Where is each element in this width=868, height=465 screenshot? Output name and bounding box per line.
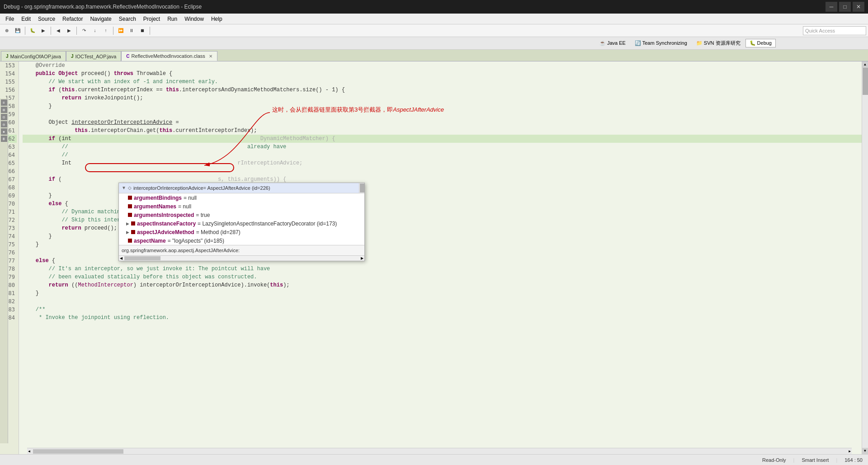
popup-hscrollbar[interactable]: ◀ ▶ — [119, 255, 364, 261]
tab-close-reflective[interactable]: ✕ — [209, 54, 212, 59]
menu-run[interactable]: Run — [164, 14, 181, 23]
tab-ioctest[interactable]: J IOCTest_AOP.java — [66, 51, 121, 61]
popup-hscrollbar-right[interactable]: ▶ — [360, 254, 364, 263]
left-icon-5[interactable]: ◈ — [1, 128, 7, 135]
menu-file[interactable]: File — [2, 14, 18, 23]
right-scrollbar[interactable]: ▲ ▼ — [862, 61, 868, 454]
window-title: Debug - org.springframework.aop.framewor… — [4, 4, 202, 10]
annotation-text: 这时，会从拦截器链里面获取第3号拦截器，即AspectJAfterAdvice — [272, 106, 444, 114]
toolbar-resume[interactable]: ⏩ — [116, 26, 126, 36]
popup-header-text: interceptorOrInterceptionAdvice= AspectJ… — [133, 184, 270, 192]
line-num-155: 155 — [0, 78, 17, 86]
popup-expand-5[interactable]: ▶ — [126, 228, 129, 236]
code-line-161: this.interceptorChain.get(this.currentIn… — [23, 127, 862, 135]
popup-collapse-icon[interactable]: ▼ — [122, 184, 126, 192]
code-line-163: // already have — [23, 143, 862, 151]
code-line-182 — [23, 297, 862, 305]
bottom-scroll-thumb[interactable] — [33, 449, 123, 454]
left-icon-4[interactable]: ◎ — [1, 121, 7, 127]
popup-diamond-icon: ◇ — [128, 184, 132, 192]
tab-reflective[interactable]: C ReflectiveMethodInvocation.class ✕ — [121, 51, 217, 61]
menu-search[interactable]: Search — [115, 14, 140, 23]
popup-sq-2 — [128, 204, 132, 208]
perspective-svn[interactable]: 📁 SVN 资源库研究 — [692, 38, 745, 48]
toolbar-run[interactable]: ▶ — [38, 26, 48, 36]
minimize-button[interactable]: ─ — [826, 2, 837, 12]
code-line-165: Int rInterceptionAdvice; — [23, 159, 862, 167]
toolbar-stepout[interactable]: ↑ — [101, 26, 111, 36]
popup-hscrollbar-thumb[interactable] — [124, 256, 160, 260]
popup-expand-4[interactable]: ▶ — [126, 220, 129, 228]
line-num-154: 154 — [0, 70, 17, 78]
tab-label-reflective: ReflectiveMethodInvocation.class — [132, 53, 205, 59]
bottom-scrollbar[interactable]: ◀ ▶ — [27, 448, 852, 454]
debug-popup-footer: org.springframework.aop.aspectj.AspectJA… — [119, 245, 364, 255]
code-line-181: } — [23, 289, 862, 297]
popup-row-argsintrospected[interactable]: argumentsIntrospected= true — [119, 211, 364, 219]
popup-sq-5 — [131, 230, 135, 234]
menu-refactor[interactable]: Refactor — [59, 14, 86, 23]
menu-window[interactable]: Window — [181, 14, 208, 23]
menu-bar: File Edit Source Refactor Navigate Searc… — [0, 14, 868, 24]
menu-edit[interactable]: Edit — [18, 14, 34, 23]
menu-project[interactable]: Project — [140, 14, 164, 23]
close-button[interactable]: ✕ — [853, 2, 864, 12]
popup-row-aspectinstancefactory[interactable]: ▶ aspectInstanceFactory= LazySingletonAs… — [119, 219, 364, 228]
perspective-debug[interactable]: 🐛 Debug — [745, 39, 776, 47]
bottom-scroll-left[interactable]: ◀ — [27, 449, 31, 453]
maximize-button[interactable]: □ — [839, 2, 851, 12]
code-line-164: // — [23, 151, 862, 159]
code-line-157: return invokeJoinpoint(); — [23, 94, 862, 102]
quick-access-input[interactable]: Quick Access — [803, 26, 866, 35]
toolbar-forward[interactable]: ▶ — [64, 26, 74, 36]
toolbar-debug[interactable]: 🐛 — [28, 26, 38, 36]
toolbar-suspend[interactable]: ⏸ — [127, 26, 137, 36]
title-bar: Debug - org.springframework.aop.framewor… — [0, 0, 868, 14]
code-line-162: if (int DynamicMethodMatcher) { — [23, 135, 862, 143]
code-line-179: // been evaluated statically before this… — [23, 273, 862, 281]
menu-help[interactable]: Help — [208, 14, 226, 23]
popup-sq-3 — [128, 213, 132, 217]
editor-tabs: J MainConfigOfAOP.java J IOCTest_AOP.jav… — [0, 50, 868, 61]
status-divider-2: | — [836, 457, 837, 463]
menu-source[interactable]: Source — [34, 14, 59, 23]
status-insert-mode: Smart Insert — [802, 457, 829, 463]
perspective-javaee[interactable]: ☕ Java EE — [595, 39, 630, 47]
status-readonly: Read-Only — [762, 457, 786, 463]
status-divider-1: | — [793, 457, 795, 463]
tab-mainconfig[interactable]: J MainConfigOfAOP.java — [1, 51, 66, 61]
left-icon-6[interactable]: ≣ — [1, 136, 7, 142]
code-line-153: @Override — [23, 61, 862, 70]
toolbar-save[interactable]: 💾 — [13, 26, 23, 36]
popup-row-aspectname[interactable]: aspectName= "logAspects" (id=185) — [119, 236, 364, 245]
left-icon-1[interactable]: ≡ — [1, 99, 7, 106]
menu-navigate[interactable]: Navigate — [86, 14, 115, 23]
debug-popup-header[interactable]: ▼ ◇ interceptorOrInterceptionAdvice= Asp… — [119, 183, 364, 193]
popup-row-argumentbindings[interactable]: argumentBindings= null — [119, 193, 364, 202]
scrollbar-up[interactable]: ▲ — [862, 61, 868, 68]
toolbar-stepover[interactable]: ↷ — [79, 26, 89, 36]
perspective-team[interactable]: 🔄 Team Synchronizing — [631, 39, 691, 47]
code-line-183: /** — [23, 305, 862, 314]
left-icon-3[interactable]: ⊡ — [1, 114, 7, 120]
window-controls: ─ □ ✕ — [826, 2, 864, 12]
left-icon-2[interactable]: ⊞ — [1, 107, 7, 113]
scrollbar-down[interactable]: ▼ — [862, 448, 868, 454]
line-num-156: 156 — [0, 86, 17, 94]
popup-hscrollbar-left[interactable]: ◀ — [119, 254, 123, 263]
popup-row-argumentnames[interactable]: argumentNames= null — [119, 202, 364, 211]
code-line-156: if (this.currentInterceptorIndex == this… — [23, 86, 862, 94]
scrollbar-thumb[interactable] — [863, 68, 868, 95]
bottom-scroll-right[interactable]: ▶ — [848, 449, 852, 453]
scrollbar-track — [862, 68, 868, 448]
toolbar-terminate[interactable]: ⏹ — [137, 26, 147, 36]
toolbar-stepinto[interactable]: ↓ — [90, 26, 100, 36]
popup-sq-4 — [131, 221, 135, 225]
popup-row-aspectadvicemethod[interactable]: ▶ aspectJAdviceMethod= Method (id=287) — [119, 228, 364, 236]
toolbar-back[interactable]: ◀ — [53, 26, 63, 36]
code-line-166 — [23, 167, 862, 175]
tab-label-ioctest: IOCTest_AOP.java — [75, 54, 116, 59]
code-editor[interactable]: @Override public Object proceed() throws… — [19, 61, 862, 454]
quick-access-label: Quick Access — [805, 28, 835, 33]
toolbar-new[interactable]: ⊕ — [2, 26, 12, 36]
